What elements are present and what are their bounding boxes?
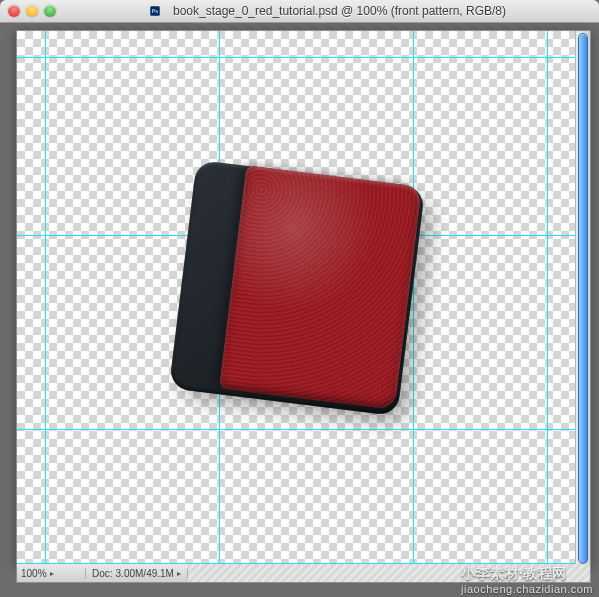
- chevron-right-icon: ▸: [177, 569, 181, 578]
- close-button[interactable]: [8, 5, 20, 17]
- doc-size-readout[interactable]: Doc: 3.00M/49.1M ▸: [86, 568, 188, 579]
- guide-horizontal[interactable]: [17, 57, 576, 58]
- window-chrome: Ps book_stage_0_red_tutorial.psd @ 100% …: [0, 0, 599, 23]
- watermark-line-2: jiaocheng.chazidian.com: [461, 583, 593, 595]
- scrollbar-thumb[interactable]: [578, 33, 588, 564]
- chevron-right-icon: ▸: [50, 569, 54, 578]
- title-wrap: Ps book_stage_0_red_tutorial.psd @ 100% …: [64, 4, 591, 18]
- zoom-value: 100%: [21, 568, 47, 579]
- photoshop-window: Ps book_stage_0_red_tutorial.psd @ 100% …: [0, 0, 599, 597]
- guide-vertical[interactable]: [45, 31, 46, 566]
- doc-size-value: 3.00M/49.1M: [116, 568, 174, 579]
- document-window: [16, 30, 591, 567]
- window-title: book_stage_0_red_tutorial.psd @ 100% (fr…: [173, 4, 506, 18]
- zoom-button[interactable]: [44, 5, 56, 17]
- minimize-button[interactable]: [26, 5, 38, 17]
- titlebar[interactable]: Ps book_stage_0_red_tutorial.psd @ 100% …: [0, 0, 599, 23]
- canvas[interactable]: [17, 31, 576, 566]
- svg-text:Ps: Ps: [152, 8, 158, 14]
- book-cover: [219, 165, 422, 410]
- guide-horizontal[interactable]: [17, 429, 576, 430]
- book-icon-artwork: [182, 173, 412, 403]
- psd-file-icon: Ps: [149, 5, 161, 17]
- doc-size-label: Doc:: [92, 568, 113, 579]
- status-bar: 100% ▸ Doc: 3.00M/49.1M ▸: [16, 564, 591, 583]
- status-preview-strip[interactable]: [188, 564, 590, 582]
- guide-vertical[interactable]: [547, 31, 548, 566]
- zoom-readout[interactable]: 100% ▸: [17, 568, 86, 579]
- vertical-scrollbar[interactable]: [575, 31, 590, 566]
- traffic-lights: [8, 5, 56, 17]
